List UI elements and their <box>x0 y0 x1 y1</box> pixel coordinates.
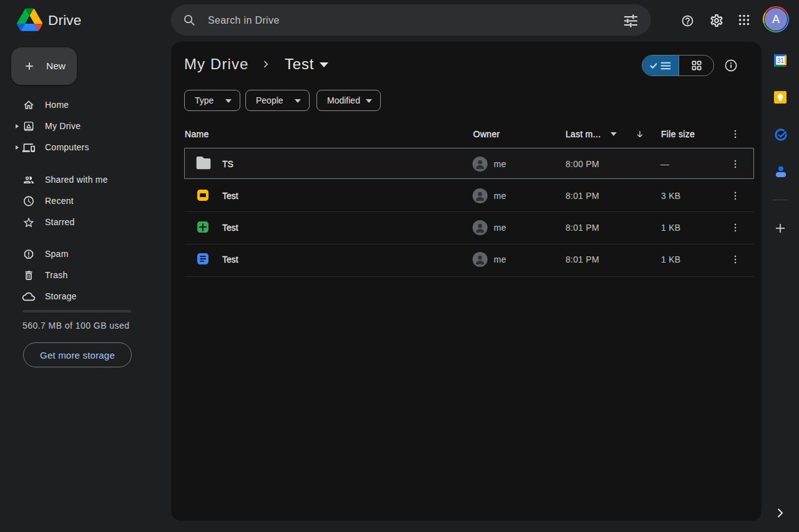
svg-text:31: 31 <box>777 57 785 64</box>
